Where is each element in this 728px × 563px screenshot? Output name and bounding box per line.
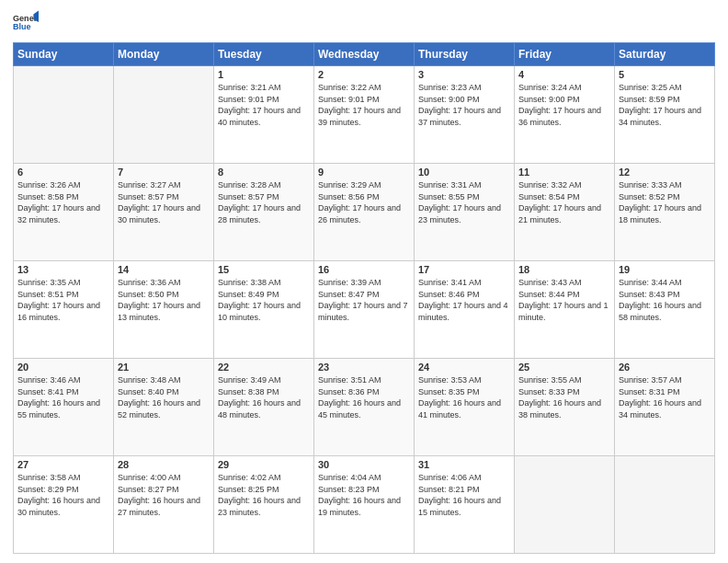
- calendar-cell: 26Sunrise: 3:57 AMSunset: 8:31 PMDayligh…: [615, 359, 715, 456]
- generalblue-logo-icon: General Blue: [13, 9, 39, 35]
- calendar-cell: 20Sunrise: 3:46 AMSunset: 8:41 PMDayligh…: [14, 359, 114, 456]
- day-info: Sunrise: 3:46 AMSunset: 8:41 PMDaylight:…: [17, 374, 109, 420]
- calendar-week-row: 1Sunrise: 3:21 AMSunset: 9:01 PMDaylight…: [14, 66, 715, 164]
- calendar-cell: 21Sunrise: 3:48 AMSunset: 8:40 PMDayligh…: [114, 359, 214, 456]
- day-number: 31: [418, 459, 510, 470]
- calendar-cell: 11Sunrise: 3:32 AMSunset: 8:54 PMDayligh…: [515, 164, 615, 261]
- day-info: Sunrise: 3:33 AMSunset: 8:52 PMDaylight:…: [619, 179, 711, 225]
- calendar-cell: 12Sunrise: 3:33 AMSunset: 8:52 PMDayligh…: [615, 164, 715, 261]
- calendar-week-row: 6Sunrise: 3:26 AMSunset: 8:58 PMDaylight…: [14, 164, 715, 261]
- svg-text:Blue: Blue: [13, 22, 31, 31]
- day-number: 11: [518, 167, 610, 178]
- day-info: Sunrise: 4:00 AMSunset: 8:27 PMDaylight:…: [118, 472, 210, 518]
- day-number: 26: [619, 362, 711, 373]
- calendar-cell: 30Sunrise: 4:04 AMSunset: 8:23 PMDayligh…: [314, 456, 415, 554]
- calendar-cell: 25Sunrise: 3:55 AMSunset: 8:33 PMDayligh…: [515, 359, 615, 456]
- day-info: Sunrise: 3:26 AMSunset: 8:58 PMDaylight:…: [17, 179, 109, 225]
- day-info: Sunrise: 3:35 AMSunset: 8:51 PMDaylight:…: [17, 277, 109, 323]
- weekday-header-thursday: Thursday: [415, 43, 515, 66]
- day-number: 28: [118, 459, 210, 470]
- day-info: Sunrise: 3:48 AMSunset: 8:40 PMDaylight:…: [118, 374, 210, 420]
- day-info: Sunrise: 3:27 AMSunset: 8:57 PMDaylight:…: [118, 179, 210, 225]
- day-info: Sunrise: 3:39 AMSunset: 8:47 PMDaylight:…: [318, 277, 410, 323]
- day-number: 16: [318, 264, 410, 275]
- day-number: 17: [418, 264, 510, 275]
- day-number: 18: [518, 264, 610, 275]
- calendar-week-row: 13Sunrise: 3:35 AMSunset: 8:51 PMDayligh…: [14, 261, 715, 359]
- calendar-cell: 18Sunrise: 3:43 AMSunset: 8:44 PMDayligh…: [515, 261, 615, 359]
- calendar-cell: 6Sunrise: 3:26 AMSunset: 8:58 PMDaylight…: [14, 164, 114, 261]
- day-info: Sunrise: 3:23 AMSunset: 9:00 PMDaylight:…: [418, 82, 510, 128]
- calendar-cell: 9Sunrise: 3:29 AMSunset: 8:56 PMDaylight…: [314, 164, 415, 261]
- weekday-header-tuesday: Tuesday: [214, 43, 314, 66]
- day-number: 2: [318, 69, 410, 80]
- calendar-cell: 10Sunrise: 3:31 AMSunset: 8:55 PMDayligh…: [415, 164, 515, 261]
- calendar-cell: 24Sunrise: 3:53 AMSunset: 8:35 PMDayligh…: [415, 359, 515, 456]
- header: General Blue: [13, 9, 715, 35]
- weekday-header-friday: Friday: [515, 43, 615, 66]
- calendar-cell: 14Sunrise: 3:36 AMSunset: 8:50 PMDayligh…: [114, 261, 214, 359]
- day-info: Sunrise: 3:32 AMSunset: 8:54 PMDaylight:…: [518, 179, 610, 225]
- day-number: 21: [118, 362, 210, 373]
- calendar-cell: 31Sunrise: 4:06 AMSunset: 8:21 PMDayligh…: [415, 456, 515, 554]
- weekday-header-saturday: Saturday: [615, 43, 715, 66]
- day-number: 8: [218, 167, 310, 178]
- calendar-cell: 16Sunrise: 3:39 AMSunset: 8:47 PMDayligh…: [314, 261, 415, 359]
- calendar-cell: 27Sunrise: 3:58 AMSunset: 8:29 PMDayligh…: [14, 456, 114, 554]
- day-number: 10: [418, 167, 510, 178]
- day-info: Sunrise: 3:29 AMSunset: 8:56 PMDaylight:…: [318, 179, 410, 225]
- day-info: Sunrise: 3:25 AMSunset: 8:59 PMDaylight:…: [619, 82, 711, 128]
- calendar-cell: 23Sunrise: 3:51 AMSunset: 8:36 PMDayligh…: [314, 359, 415, 456]
- day-info: Sunrise: 3:28 AMSunset: 8:57 PMDaylight:…: [218, 179, 310, 225]
- weekday-header-sunday: Sunday: [14, 43, 114, 66]
- day-number: 4: [518, 69, 610, 80]
- day-number: 14: [118, 264, 210, 275]
- calendar-cell: 17Sunrise: 3:41 AMSunset: 8:46 PMDayligh…: [415, 261, 515, 359]
- calendar-cell: 22Sunrise: 3:49 AMSunset: 8:38 PMDayligh…: [214, 359, 314, 456]
- weekday-header-monday: Monday: [114, 43, 214, 66]
- day-number: 12: [619, 167, 711, 178]
- calendar-cell: 5Sunrise: 3:25 AMSunset: 8:59 PMDaylight…: [615, 66, 715, 164]
- calendar-cell: [615, 456, 715, 554]
- weekday-header-wednesday: Wednesday: [314, 43, 415, 66]
- calendar-week-row: 20Sunrise: 3:46 AMSunset: 8:41 PMDayligh…: [14, 359, 715, 456]
- day-info: Sunrise: 3:53 AMSunset: 8:35 PMDaylight:…: [418, 374, 510, 420]
- day-number: 19: [619, 264, 711, 275]
- page: General Blue SundayMondayTuesdayWednesda…: [0, 0, 728, 563]
- day-number: 3: [418, 69, 510, 80]
- calendar-cell: 28Sunrise: 4:00 AMSunset: 8:27 PMDayligh…: [114, 456, 214, 554]
- calendar-cell: 4Sunrise: 3:24 AMSunset: 9:00 PMDaylight…: [515, 66, 615, 164]
- calendar-table: SundayMondayTuesdayWednesdayThursdayFrid…: [13, 42, 715, 554]
- day-number: 9: [318, 167, 410, 178]
- day-number: 13: [17, 264, 109, 275]
- calendar-cell: 15Sunrise: 3:38 AMSunset: 8:49 PMDayligh…: [214, 261, 314, 359]
- day-info: Sunrise: 3:41 AMSunset: 8:46 PMDaylight:…: [418, 277, 510, 323]
- day-info: Sunrise: 3:31 AMSunset: 8:55 PMDaylight:…: [418, 179, 510, 225]
- day-info: Sunrise: 3:58 AMSunset: 8:29 PMDaylight:…: [17, 472, 109, 518]
- day-number: 1: [218, 69, 310, 80]
- day-info: Sunrise: 3:36 AMSunset: 8:50 PMDaylight:…: [118, 277, 210, 323]
- calendar-week-row: 27Sunrise: 3:58 AMSunset: 8:29 PMDayligh…: [14, 456, 715, 554]
- calendar-cell: [515, 456, 615, 554]
- calendar-cell: [114, 66, 214, 164]
- day-number: 25: [518, 362, 610, 373]
- day-number: 5: [619, 69, 711, 80]
- calendar-cell: 29Sunrise: 4:02 AMSunset: 8:25 PMDayligh…: [214, 456, 314, 554]
- day-number: 7: [118, 167, 210, 178]
- day-number: 22: [218, 362, 310, 373]
- calendar-cell: 19Sunrise: 3:44 AMSunset: 8:43 PMDayligh…: [615, 261, 715, 359]
- weekday-header-row: SundayMondayTuesdayWednesdayThursdayFrid…: [14, 43, 715, 66]
- day-info: Sunrise: 4:02 AMSunset: 8:25 PMDaylight:…: [218, 472, 310, 518]
- logo: General Blue: [13, 9, 39, 35]
- day-number: 27: [17, 459, 109, 470]
- day-info: Sunrise: 3:49 AMSunset: 8:38 PMDaylight:…: [218, 374, 310, 420]
- day-number: 30: [318, 459, 410, 470]
- day-info: Sunrise: 3:57 AMSunset: 8:31 PMDaylight:…: [619, 374, 711, 420]
- day-info: Sunrise: 4:04 AMSunset: 8:23 PMDaylight:…: [318, 472, 410, 518]
- day-info: Sunrise: 3:21 AMSunset: 9:01 PMDaylight:…: [218, 82, 310, 128]
- day-number: 20: [17, 362, 109, 373]
- day-number: 24: [418, 362, 510, 373]
- day-info: Sunrise: 3:55 AMSunset: 8:33 PMDaylight:…: [518, 374, 610, 420]
- calendar-cell: [14, 66, 114, 164]
- calendar-cell: 1Sunrise: 3:21 AMSunset: 9:01 PMDaylight…: [214, 66, 314, 164]
